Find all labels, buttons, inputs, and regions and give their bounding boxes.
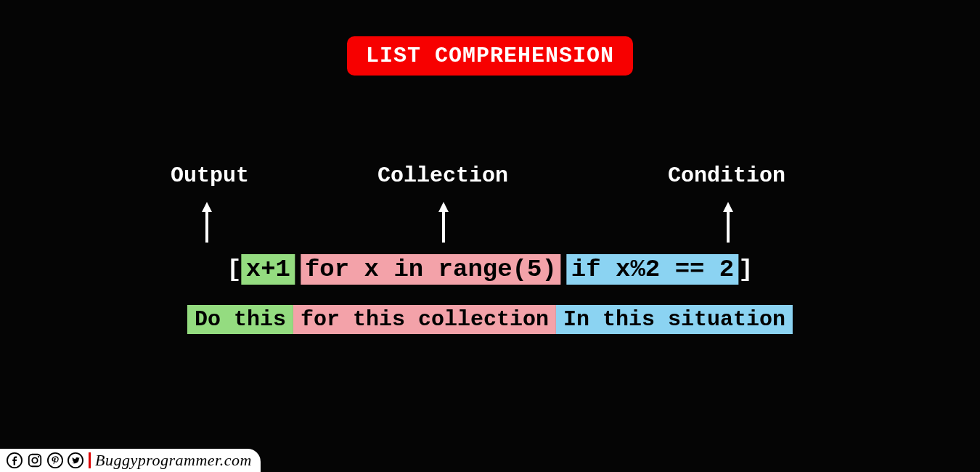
close-bracket: ] xyxy=(738,254,753,285)
facebook-icon xyxy=(7,452,23,468)
desc-condition: In this situation xyxy=(556,305,793,334)
code-collection-segment: for x in range(5) xyxy=(301,254,561,285)
arrow-up-icon xyxy=(437,202,450,246)
twitter-icon xyxy=(68,452,83,468)
label-collection: Collection xyxy=(377,163,508,188)
arrow-up-icon xyxy=(722,202,735,246)
desc-row: Do this for this collection In this situ… xyxy=(187,305,793,334)
code-condition-segment: if x%2 == 2 xyxy=(567,254,738,285)
open-bracket: [ xyxy=(226,254,241,285)
footer-brand: Buggyprogrammer.com xyxy=(95,451,252,470)
code-gap xyxy=(561,254,567,285)
svg-point-3 xyxy=(38,456,39,457)
footer-divider xyxy=(89,452,91,468)
code-gap xyxy=(295,254,301,285)
arrow-up-icon xyxy=(200,202,213,246)
desc-collection: for this collection xyxy=(293,305,556,334)
desc-output: Do this xyxy=(187,305,293,334)
svg-point-2 xyxy=(32,457,37,463)
code-output-segment: x+1 xyxy=(242,254,295,285)
pinterest-icon xyxy=(47,452,63,468)
title-badge: LIST COMPREHENSION xyxy=(347,36,633,76)
footer-badge: Buggyprogrammer.com xyxy=(0,449,261,472)
label-output: Output xyxy=(171,163,249,188)
label-condition: Condition xyxy=(668,163,785,188)
code-row: [ x+1 for x in range(5) if x%2 == 2 ] xyxy=(226,254,753,285)
instagram-icon xyxy=(27,452,43,468)
